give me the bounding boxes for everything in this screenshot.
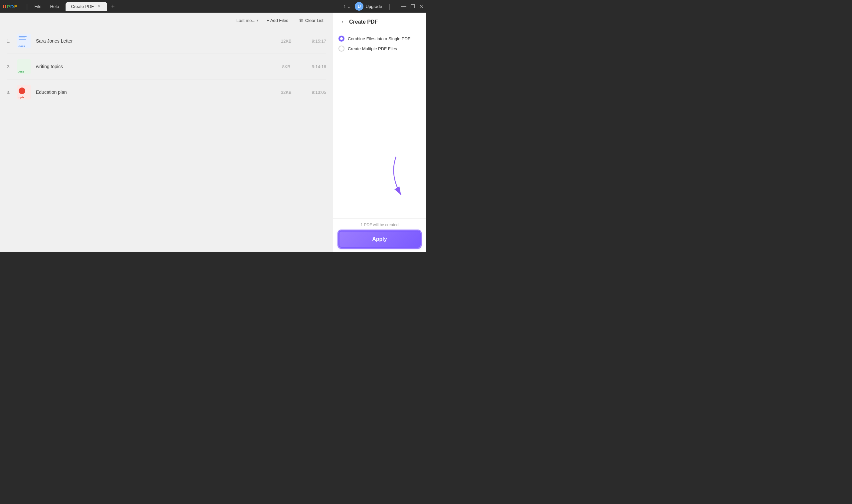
clear-list-label: Clear List bbox=[305, 18, 323, 23]
panel-footer: 1 PDF will be created Apply bbox=[333, 218, 426, 252]
tab-label: Create PDF bbox=[71, 4, 94, 9]
xlsx-icon bbox=[17, 59, 31, 74]
panel-header: ‹ Create PDF bbox=[333, 13, 426, 30]
file-icon bbox=[16, 84, 32, 100]
docx-icon bbox=[17, 34, 31, 48]
table-row: 3. Education plan 32KB 9:13:05 bbox=[7, 79, 326, 105]
panel-spacer bbox=[333, 57, 426, 218]
file-time: 9:15:17 bbox=[300, 39, 326, 43]
menu-help[interactable]: Help bbox=[46, 3, 63, 10]
arrow-annotation bbox=[386, 155, 413, 198]
option-combine[interactable]: Combine Files into a Single PDF bbox=[338, 36, 421, 41]
file-icon bbox=[16, 58, 32, 74]
file-list-toolbar: Last mo... ▾ + Add Files 🗑 Clear List bbox=[0, 13, 333, 28]
file-icon bbox=[16, 33, 32, 49]
file-number: 2. bbox=[7, 64, 16, 69]
title-bar-separator: | bbox=[26, 3, 28, 10]
menu-bar: File Help bbox=[31, 3, 63, 10]
file-name: writing topics bbox=[36, 64, 273, 69]
file-number: 1. bbox=[7, 39, 16, 43]
file-size: 8KB bbox=[273, 64, 300, 69]
upgrade-button[interactable]: U Upgrade bbox=[355, 2, 382, 11]
radio-combine[interactable] bbox=[338, 36, 344, 41]
option-multiple[interactable]: Create Multiple PDF Files bbox=[338, 46, 421, 52]
sort-dropdown[interactable]: Last mo... ▾ bbox=[236, 18, 259, 23]
pptx-icon bbox=[17, 85, 31, 100]
apply-button[interactable]: Apply bbox=[338, 231, 421, 248]
trash-icon: 🗑 bbox=[299, 18, 303, 23]
app-logo: UPDF bbox=[3, 4, 18, 9]
file-size: 12KB bbox=[273, 39, 300, 43]
tab-add-button[interactable]: + bbox=[108, 2, 118, 11]
minimize-button[interactable]: — bbox=[401, 3, 406, 10]
restore-button[interactable]: ❐ bbox=[410, 3, 415, 10]
version-badge: 1 ⌄ bbox=[343, 4, 351, 9]
title-bar-right: 1 ⌄ U Upgrade | — ❐ ✕ bbox=[343, 2, 423, 11]
file-time: 9:14:16 bbox=[300, 64, 326, 69]
pdf-count-label: 1 PDF will be created bbox=[338, 222, 421, 227]
file-time: 9:13:05 bbox=[300, 90, 326, 95]
option-combine-label: Combine Files into a Single PDF bbox=[348, 36, 410, 41]
tab-area: Create PDF ✕ + bbox=[66, 2, 117, 11]
right-panel: ‹ Create PDF Combine Files into a Single… bbox=[333, 13, 426, 252]
upgrade-label: Upgrade bbox=[366, 4, 382, 9]
tab-create-pdf[interactable]: Create PDF ✕ bbox=[66, 2, 107, 11]
radio-inner bbox=[340, 37, 343, 40]
sort-label: Last mo... bbox=[236, 18, 255, 23]
radio-multiple[interactable] bbox=[338, 46, 344, 52]
table-row: 1. Sara Jones Letter 12KB 9:15:17 bbox=[7, 28, 326, 54]
close-button[interactable]: ✕ bbox=[419, 3, 423, 10]
table-row: 2. writing topics 8KB 9:14:16 bbox=[7, 54, 326, 79]
file-name: Sara Jones Letter bbox=[36, 38, 273, 43]
file-size: 32KB bbox=[273, 90, 300, 95]
file-list-area: Last mo... ▾ + Add Files 🗑 Clear List 1. bbox=[0, 13, 333, 252]
panel-title: Create PDF bbox=[349, 19, 378, 25]
file-number: 3. bbox=[7, 90, 16, 95]
add-files-button[interactable]: + Add Files bbox=[264, 17, 291, 24]
main-area: Last mo... ▾ + Add Files 🗑 Clear List 1. bbox=[0, 13, 426, 252]
add-files-label: + Add Files bbox=[267, 18, 288, 23]
panel-back-button[interactable]: ‹ bbox=[338, 18, 347, 26]
panel-options: Combine Files into a Single PDF Create M… bbox=[333, 30, 426, 57]
clear-list-button[interactable]: 🗑 Clear List bbox=[296, 17, 326, 24]
file-name: Education plan bbox=[36, 89, 273, 95]
win-controls-separator: | bbox=[389, 3, 390, 10]
title-bar: UPDF | File Help Create PDF ✕ + 1 ⌄ U Up… bbox=[0, 0, 426, 13]
upgrade-avatar: U bbox=[355, 2, 363, 11]
window-controls: — ❐ ✕ bbox=[401, 3, 423, 10]
tab-close-button[interactable]: ✕ bbox=[96, 4, 102, 9]
sort-chevron-icon: ▾ bbox=[256, 18, 259, 23]
menu-file[interactable]: File bbox=[31, 3, 46, 10]
option-multiple-label: Create Multiple PDF Files bbox=[348, 46, 397, 51]
file-list: 1. Sara Jones Letter 12KB 9:15:17 2 bbox=[0, 28, 333, 252]
